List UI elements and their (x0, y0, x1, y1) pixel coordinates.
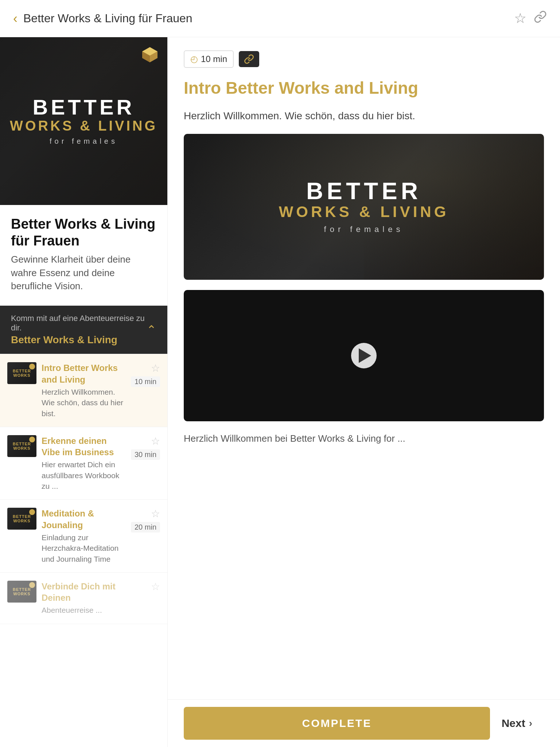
lesson-item[interactable]: BETTERWORKS Erkenne deinen Vibe im Busin… (0, 427, 167, 500)
lesson-welcome-text: Herzlich Willkommen. Wie schön, dass du … (184, 108, 544, 124)
lesson-duration: 20 min (131, 522, 160, 533)
cube-icon (140, 45, 159, 64)
lesson-item[interactable]: BETTERWORKS Intro Better Works and Livin… (0, 354, 167, 427)
chevron-up-icon: ⌃ (147, 323, 156, 337)
action-bar: COMPLETE Next › (168, 699, 560, 747)
lesson-main-title: Intro Better Works and Living (184, 78, 544, 98)
lesson-meta: ☆ 10 min (131, 362, 160, 387)
lesson-badge (29, 437, 35, 442)
lesson-info: Erkenne deinen Vibe im Business Hier erw… (42, 435, 126, 492)
header-title: Better Works & Living für Frauen (23, 12, 192, 25)
lesson-thumb-logo: BETTERWORKS (13, 442, 31, 450)
lesson-star-icon[interactable]: ☆ (151, 508, 160, 520)
hero-for-females: for females (10, 137, 158, 146)
lesson-meta: ☆ 30 min (131, 435, 160, 460)
lesson-desc: Abenteuerreise ... (42, 605, 146, 615)
lesson-desc: Herzlich Willkommen. Wie schön, dass du … (42, 387, 126, 419)
lesson-thumb-logo: BETTERWORKS (13, 587, 31, 596)
lesson-thumbnail: BETTERWORKS (7, 581, 36, 603)
lesson-badge (29, 509, 35, 515)
lesson-duration: 30 min (131, 449, 160, 460)
time-badge: ◴ 10 min (184, 50, 234, 68)
lesson-badge (29, 582, 35, 588)
lesson-info: Verbinde Dich mit Deinen Abenteuerreise … (42, 581, 146, 616)
lesson-star-icon[interactable]: ☆ (151, 362, 160, 374)
header: ‹ Better Works & Living für Frauen ☆ (0, 0, 560, 37)
header-left: ‹ Better Works & Living für Frauen (13, 11, 192, 26)
lesson-thumbnail: BETTERWORKS (7, 508, 36, 530)
lesson-star-icon[interactable]: ☆ (151, 435, 160, 447)
lesson-title: Verbinde Dich mit Deinen (42, 581, 146, 603)
lesson-thumbnail: BETTERWORKS (7, 435, 36, 457)
header-icons: ☆ (514, 10, 547, 27)
hero-better: BETTER (10, 97, 158, 118)
course-img-text: BETTER WORKS & LIVING for females (279, 179, 449, 234)
cube-icon-wrapper (140, 45, 159, 67)
share-icon[interactable] (534, 10, 547, 27)
left-panel: BETTER WORKS & LIVING for females Better… (0, 37, 168, 747)
description-text: Herzlich Willkommen bei Better Works & L… (184, 431, 544, 446)
complete-button[interactable]: COMPLETE (184, 707, 490, 740)
lesson-item[interactable]: BETTERWORKS Verbinde Dich mit Deinen Abe… (0, 573, 167, 624)
lesson-desc: Einladung zur Herzchakra-Meditation und … (42, 532, 126, 564)
lesson-list: BETTERWORKS Intro Better Works and Livin… (0, 354, 167, 624)
module-name: Better Works & Living (11, 334, 147, 346)
course-title-section: Better Works & Living für Frauen Gewinne… (0, 205, 167, 298)
lesson-badge (29, 364, 35, 369)
play-button[interactable] (351, 343, 377, 368)
hero-works: WORKS & LIVING (10, 118, 158, 135)
lesson-meta: ☆ 20 min (131, 508, 160, 533)
course-img-better: BETTER (279, 179, 449, 203)
right-panel: ◴ 10 min Intro Better Works and Living H… (168, 37, 560, 747)
next-arrow-icon: › (529, 717, 532, 729)
module-accordion[interactable]: Komm mit auf eine Abenteuerreise zu dir.… (0, 306, 167, 354)
lesson-thumb-logo: BETTERWORKS (13, 514, 31, 523)
lesson-item[interactable]: BETTERWORKS Meditation & Jounaling Einla… (0, 500, 167, 573)
lesson-thumb-logo: BETTERWORKS (13, 369, 31, 378)
hero-text: BETTER WORKS & LIVING for females (10, 97, 158, 146)
main-layout: BETTER WORKS & LIVING for females Better… (0, 37, 560, 747)
module-teaser: Komm mit auf eine Abenteuerreise zu dir. (11, 314, 147, 333)
lesson-thumbnail: BETTERWORKS (7, 362, 36, 384)
duration-label: 10 min (201, 54, 227, 64)
lesson-meta: ☆ (151, 581, 160, 593)
back-button[interactable]: ‹ (13, 11, 18, 26)
course-main-title: Better Works & Living für Frauen (11, 216, 156, 249)
bookmark-icon[interactable]: ☆ (514, 10, 526, 27)
bottom-spacer (184, 456, 544, 500)
lesson-title: Meditation & Jounaling (42, 508, 126, 530)
course-subtitle: Gewinne Klarheit über deine wahre Essenz… (11, 253, 156, 293)
course-img-works: WORKS & LIVING (279, 203, 449, 221)
course-img-for-females: for females (279, 225, 449, 234)
lesson-star-icon[interactable]: ☆ (151, 581, 160, 593)
lesson-info: Meditation & Jounaling Einladung zur Her… (42, 508, 126, 564)
lesson-duration: 10 min (131, 376, 160, 387)
course-image-card: BETTER WORKS & LIVING for females (184, 134, 544, 280)
link-icon (244, 54, 254, 64)
lesson-title: Erkenne deinen Vibe im Business (42, 435, 126, 458)
meta-row: ◴ 10 min (184, 50, 544, 68)
lesson-desc: Hier erwartet Dich ein ausfüllbares Work… (42, 459, 126, 491)
link-badge[interactable] (239, 51, 259, 67)
video-player[interactable] (184, 290, 544, 421)
next-button[interactable]: Next › (490, 707, 544, 740)
play-triangle-icon (359, 348, 371, 363)
course-hero: BETTER WORKS & LIVING for females (0, 37, 167, 205)
module-text: Komm mit auf eine Abenteuerreise zu dir.… (11, 314, 147, 346)
lesson-info: Intro Better Works and Living Herzlich W… (42, 362, 126, 419)
lesson-title: Intro Better Works and Living (42, 362, 126, 385)
clock-icon: ◴ (190, 54, 198, 64)
next-label: Next (502, 717, 525, 729)
